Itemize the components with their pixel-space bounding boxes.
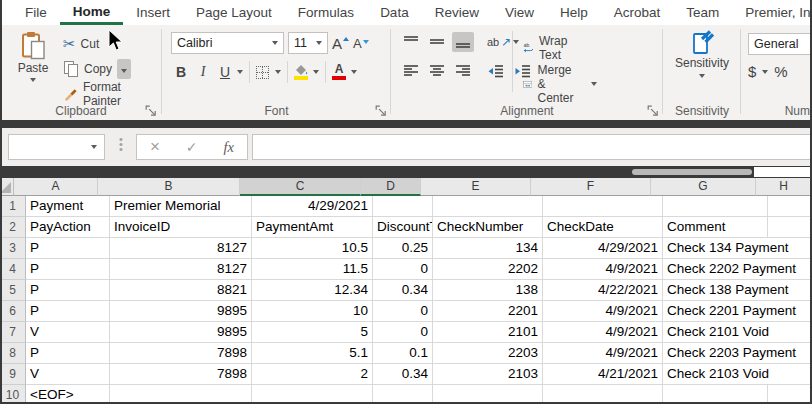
cell-E2[interactable]: CheckNumber	[433, 217, 543, 238]
sensitivity-button[interactable]: Sensitivity	[664, 30, 740, 78]
cell-C7[interactable]: 5	[252, 322, 373, 343]
font-color-button[interactable]: A	[332, 64, 346, 80]
cell-A5[interactable]: P	[26, 280, 110, 301]
cell-F2[interactable]: CheckDate	[543, 217, 663, 238]
cell-F3[interactable]: 4/29/2021	[543, 238, 663, 259]
cell-E4[interactable]: 2202	[433, 259, 543, 280]
column-header-E[interactable]: E	[421, 178, 531, 196]
increase-font-button[interactable]: A	[332, 35, 349, 52]
column-header-C[interactable]: C	[240, 178, 361, 196]
horizontal-scrollbar-thumb[interactable]	[632, 169, 752, 175]
alignment-dialog-launcher[interactable]	[647, 105, 659, 117]
clipboard-dialog-launcher[interactable]	[145, 105, 157, 117]
column-header-F[interactable]: F	[531, 178, 651, 196]
cell-A1[interactable]: Payment	[26, 196, 110, 217]
tab-review[interactable]: Review	[422, 0, 492, 25]
cell-C1[interactable]: 4/29/2021	[252, 196, 373, 217]
cell-C6[interactable]: 10	[252, 301, 373, 322]
cell-B2[interactable]: InvoiceID	[110, 217, 252, 238]
align-top-button[interactable]	[400, 32, 422, 52]
column-header-A[interactable]: A	[14, 178, 98, 196]
align-right-button[interactable]	[452, 61, 474, 81]
tab-premier-in[interactable]: Premier, In	[732, 0, 812, 25]
tab-file[interactable]: File	[12, 0, 60, 25]
font-color-dropdown-icon[interactable]	[351, 70, 357, 74]
align-center-button[interactable]	[426, 61, 448, 81]
cell-F9[interactable]: 4/21/2021	[543, 364, 663, 385]
cell-B7[interactable]: 9895	[110, 322, 252, 343]
cell-D5[interactable]: 0.34	[373, 280, 433, 301]
cancel-button[interactable]: ×	[150, 139, 160, 155]
formula-input[interactable]	[252, 134, 812, 160]
tab-acrobat[interactable]: Acrobat	[601, 0, 674, 25]
copy-button[interactable]: Copy	[60, 56, 160, 81]
cell-E3[interactable]: 134	[433, 238, 543, 259]
cell-H1[interactable]	[768, 196, 812, 217]
bold-button[interactable]: B	[171, 61, 191, 83]
align-middle-button[interactable]	[426, 32, 448, 52]
cell-E1[interactable]	[433, 196, 543, 217]
row-header-5[interactable]: 5	[0, 280, 26, 301]
cell-A4[interactable]: P	[26, 259, 110, 280]
tab-data[interactable]: Data	[367, 0, 422, 25]
cell-D7[interactable]: 0	[373, 322, 433, 343]
select-all-corner[interactable]	[0, 178, 14, 196]
row-header-1[interactable]: 1	[0, 196, 26, 217]
cell-C3[interactable]: 10.5	[252, 238, 373, 259]
underline-button[interactable]: U	[215, 61, 235, 83]
font-name-combo[interactable]: Calibri	[171, 32, 284, 54]
cell-E7[interactable]: 2101	[433, 322, 543, 343]
underline-dropdown-icon[interactable]	[237, 70, 243, 74]
cell-D9[interactable]: 0.34	[373, 364, 433, 385]
cell-G1[interactable]	[663, 196, 768, 217]
cell-H7[interactable]	[768, 322, 812, 343]
font-size-combo[interactable]: 11	[288, 32, 328, 54]
row-header-6[interactable]: 6	[0, 301, 26, 322]
currency-button[interactable]: $	[748, 63, 756, 80]
number-format-combo[interactable]: General	[748, 33, 812, 55]
cell-D4[interactable]: 0	[373, 259, 433, 280]
align-bottom-button[interactable]	[452, 32, 474, 52]
cell-G3[interactable]: Check 134 Payment	[663, 238, 768, 259]
cell-G2[interactable]: Comment	[663, 217, 768, 238]
copy-dropdown[interactable]	[117, 59, 131, 79]
cell-B3[interactable]: 8127	[110, 238, 252, 259]
column-header-G[interactable]: G	[651, 178, 756, 196]
italic-button[interactable]: I	[193, 61, 213, 83]
orientation-button[interactable]: ab ↗	[484, 32, 522, 52]
percent-button[interactable]: %	[774, 63, 787, 80]
wrap-text-button[interactable]: ab Wrap Text	[520, 32, 576, 64]
cell-F1[interactable]	[543, 196, 663, 217]
paste-button[interactable]: Paste	[10, 31, 56, 82]
cell-G8[interactable]: Check 2203 Payment	[663, 343, 768, 364]
cell-E8[interactable]: 2203	[433, 343, 543, 364]
cell-B8[interactable]: 7898	[110, 343, 252, 364]
cell-B4[interactable]: 8127	[110, 259, 252, 280]
tab-view[interactable]: View	[492, 0, 547, 25]
decrease-indent-button[interactable]	[484, 61, 507, 81]
row-header-7[interactable]: 7	[0, 322, 26, 343]
font-dialog-launcher[interactable]	[375, 105, 387, 117]
currency-dropdown-icon[interactable]	[762, 70, 768, 74]
tab-insert[interactable]: Insert	[123, 0, 183, 25]
cell-C9[interactable]: 2	[252, 364, 373, 385]
cell-D6[interactable]: 0	[373, 301, 433, 322]
tab-home[interactable]: Home	[60, 0, 124, 25]
cell-D8[interactable]: 0.1	[373, 343, 433, 364]
cell-H9[interactable]	[768, 364, 812, 385]
cell-G4[interactable]: Check 2202 Payment	[663, 259, 768, 280]
cell-A8[interactable]: P	[26, 343, 110, 364]
borders-icon[interactable]	[256, 66, 269, 79]
cell-D3[interactable]: 0.25	[373, 238, 433, 259]
row-header-2[interactable]: 2	[0, 217, 26, 238]
cell-G6[interactable]: Check 2201 Payment	[663, 301, 768, 322]
cell-F4[interactable]: 4/9/2021	[543, 259, 663, 280]
cell-B5[interactable]: 8821	[110, 280, 252, 301]
cell-D1[interactable]	[373, 196, 433, 217]
cell-A6[interactable]: P	[26, 301, 110, 322]
cell-E9[interactable]: 2103	[433, 364, 543, 385]
merge-center-button[interactable]: Merge & Center	[520, 61, 600, 107]
fill-dropdown-icon[interactable]	[313, 70, 319, 74]
insert-function-button[interactable]: fx	[224, 139, 234, 156]
cell-F6[interactable]: 4/9/2021	[543, 301, 663, 322]
